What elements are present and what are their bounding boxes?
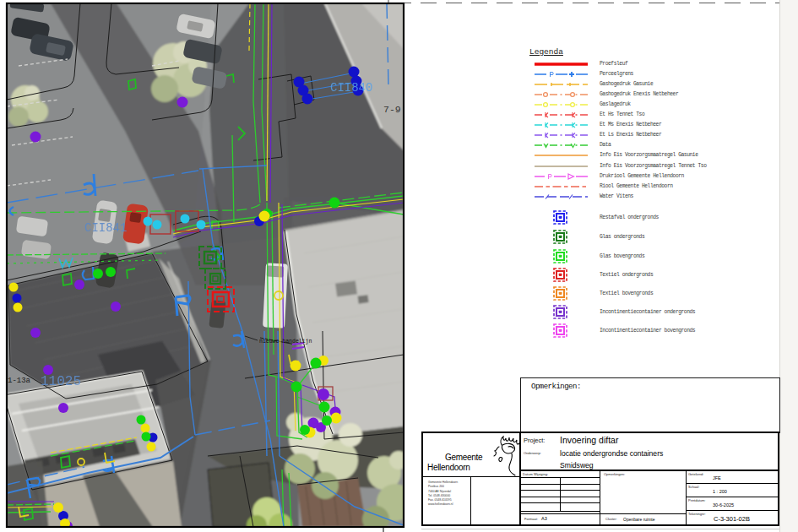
svg-text:CII841: CII841 [84,221,127,235]
svg-text:1-13a: 1-13a [8,377,31,385]
svg-text:11025: 11025 [41,374,81,389]
svg-text:7-9: 7-9 [383,104,401,115]
svg-text:nieuwe bandelijn: nieuwe bandelijn [259,339,312,345]
svg-text:CII840: CII840 [330,81,372,95]
